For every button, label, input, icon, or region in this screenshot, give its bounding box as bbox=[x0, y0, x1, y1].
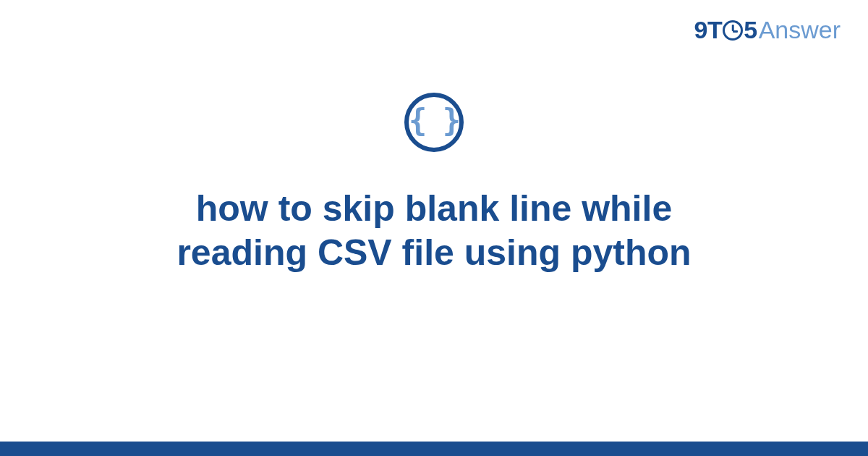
braces-glyph: { } bbox=[409, 106, 459, 136]
main-content: { } how to skip blank line while reading… bbox=[0, 93, 868, 275]
question-title: how to skip blank line while reading CSV… bbox=[109, 187, 760, 275]
site-logo: 9T 5 Answer bbox=[694, 16, 841, 44]
logo-text-9t: 9T bbox=[694, 16, 723, 44]
logo-text-answer: Answer bbox=[759, 16, 841, 44]
clock-icon bbox=[723, 20, 743, 41]
logo-text-5: 5 bbox=[744, 16, 757, 44]
footer-bar bbox=[0, 442, 868, 456]
code-braces-icon: { } bbox=[404, 93, 464, 152]
